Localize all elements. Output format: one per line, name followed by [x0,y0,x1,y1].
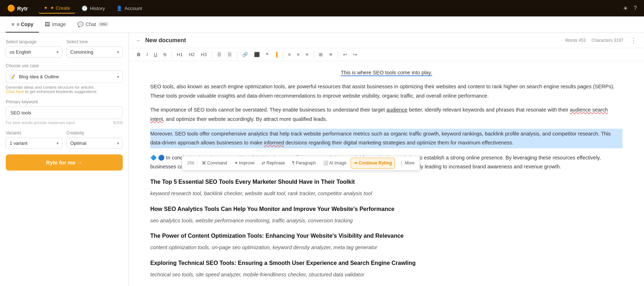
left-sidebar: Select language us English Select tone C… [0,33,129,286]
creativity-group: Creativity Optimal [67,130,123,149]
ryte-for-me-button[interactable]: Ryte for me → [6,154,123,171]
tone-group: Select tone Convincing [67,39,123,58]
nav-right: ☀ ? [623,5,637,12]
back-arrow-icon[interactable]: ← [136,37,142,44]
use-case-select[interactable]: Blog Idea & Outline [6,70,123,83]
word-count: Words 453 Characters 3197 [565,38,623,43]
tone-select-wrapper: Convincing [67,46,123,58]
paragraph-2: SEO tools, also known as search engine o… [150,82,623,100]
h2-button[interactable]: H2 [186,50,197,59]
link-button[interactable]: 🔗 [240,50,250,59]
bullet-list-button[interactable]: ☰ [215,50,224,59]
tab-copy[interactable]: ≡ ≡ Copy [6,16,39,33]
em-3: content optimization tools, on-page seo … [150,243,623,252]
keyword-group: Primary keyword For best results provide… [6,99,123,125]
theme-toggle-button[interactable]: ☀ [623,5,628,12]
variants-select[interactable]: 1 variant [6,138,62,149]
use-case-hint: Generate ideas and content structure for… [6,85,123,94]
tab-image[interactable]: 🖼 Image [39,16,72,33]
language-group: Select language us English [6,39,62,58]
variants-creativity-row: Variants 1 variant Creativity Optimal [6,130,123,149]
new-badge: new [98,22,108,26]
ai-image-button[interactable]: ⬜ AI Image [320,158,350,168]
more-button[interactable]: ⋮ More [396,158,418,168]
logo-icon: 🟠 [7,4,15,12]
nav-links: ✦ ✦ Create 🕐 History 👤 Account [39,3,623,14]
h1-button[interactable]: H1 [174,50,185,59]
logo: 🟠 Rytr [7,4,28,12]
toolbar-divider-1 [171,51,172,58]
variants-group: Variants 1 variant [6,130,62,149]
variants-select-wrapper: 1 variant [6,138,62,149]
em-1: keyword research tool, backlink checker,… [150,189,623,198]
creativity-label: Creativity [67,130,123,135]
heading-2: How SEO Analytics Tools Can Help You Mon… [150,204,623,214]
selection-toolbar: 356 ⌘ Command ✦ Improve ⇄ Rephrase ¶ Par… [182,156,420,171]
keyword-input[interactable] [6,107,123,119]
clear-format-button[interactable]: ✕ [326,50,335,59]
toolbar-divider-5 [313,51,314,58]
editor-content[interactable]: This is where SEO tools come into play. … [129,61,644,286]
tab-chat[interactable]: 💬 Chat new [72,16,114,33]
undo-button[interactable]: ↩ [341,50,350,59]
enhanced-keywords-link[interactable]: Click here [6,89,24,94]
align-left-button[interactable]: ≡ [286,50,293,59]
second-bar: ≡ ≡ Copy 🖼 Image 💬 Chat new [0,16,644,33]
creativity-select[interactable]: Optimal [67,138,123,149]
image-icon: 🖼 [45,21,50,27]
use-case-label: Choose use case [6,63,123,68]
strikethrough-button[interactable]: S [161,50,169,59]
nav-history[interactable]: 🕐 History [77,3,110,14]
editor-area: ← New document Words 453 Characters 3197… [129,33,644,286]
quote-button[interactable]: ❝ [263,50,271,59]
paragraph-button[interactable]: ¶ Paragraph [289,158,319,168]
creativity-select-wrapper: Optimal [67,138,123,149]
toolbar-divider-2 [212,51,212,58]
align-right-button[interactable]: ≡ [303,50,311,59]
language-select-wrapper: us English [6,46,62,58]
heading-1: The Top 5 Essential SEO Tools Every Mark… [150,177,623,187]
keyword-label: Primary keyword [6,99,123,104]
nav-create[interactable]: ✦ ✦ Create [39,3,75,14]
chat-icon: 💬 [77,21,83,27]
formatting-toolbar: B I U S H1 H2 H3 ☰ ☰ 🔗 ⬛ ❝ ▐ ≡ ≡ ≡ ⊞ ✕ ↩… [129,48,644,61]
continue-ryting-button[interactable]: ⇒ Continue Ryting [351,158,395,169]
use-case-group: Choose use case 📝 Blog Idea & Outline Ge… [6,63,123,94]
use-case-icon: 📝 [9,74,15,79]
image-button[interactable]: ⬛ [252,50,262,59]
highlight-button[interactable]: ▐ [272,50,280,59]
rephrase-button[interactable]: ⇄ Rephrase [259,158,288,168]
bold-button[interactable]: B [135,50,143,59]
selection-count: 356 [184,158,197,168]
top-nav: 🟠 Rytr ✦ ✦ Create 🕐 History 👤 Account ☀ … [0,0,644,16]
paragraph-3: The importance of SEO tools cannot be ov… [150,105,623,124]
editor-title: New document [145,37,186,44]
h3-button[interactable]: H3 [198,50,209,59]
align-center-button[interactable]: ≡ [294,50,302,59]
main-layout: Select language us English Select tone C… [0,33,644,286]
language-label: Select language [6,39,62,44]
logo-text: Rytr [17,5,28,11]
command-button[interactable]: ⌘ Command [199,158,230,168]
nav-account[interactable]: 👤 Account [111,3,147,14]
language-select[interactable]: us English [6,46,62,58]
italic-button[interactable]: I [144,50,150,59]
paragraph-1: This is where SEO tools come into play. [150,68,623,77]
paragraph-4: Moreover, SEO tools offer comprehensive … [150,129,623,148]
editor-header: ← New document Words 453 Characters 3197… [129,33,644,48]
improve-button[interactable]: ✦ Improve [231,158,258,168]
em-2: seo analytics tools, website performance… [150,216,623,225]
redo-button[interactable]: ↪ [351,50,360,59]
toolbar-divider-3 [237,51,237,58]
toolbar-divider-4 [283,51,283,58]
copy-icon: ≡ [11,21,14,27]
tone-select[interactable]: Convincing [67,46,123,58]
numbered-list-button[interactable]: ☰ [225,50,234,59]
underline-button[interactable]: U [151,50,160,59]
keyword-hint: For best results provide maximum input 9… [6,120,123,125]
help-button[interactable]: ? [634,5,637,11]
more-options-icon[interactable]: ⋮ [630,36,637,44]
table-button[interactable]: ⊞ [316,50,325,59]
language-tone-row: Select language us English Select tone C… [6,39,123,58]
toolbar-divider-6 [338,51,338,58]
